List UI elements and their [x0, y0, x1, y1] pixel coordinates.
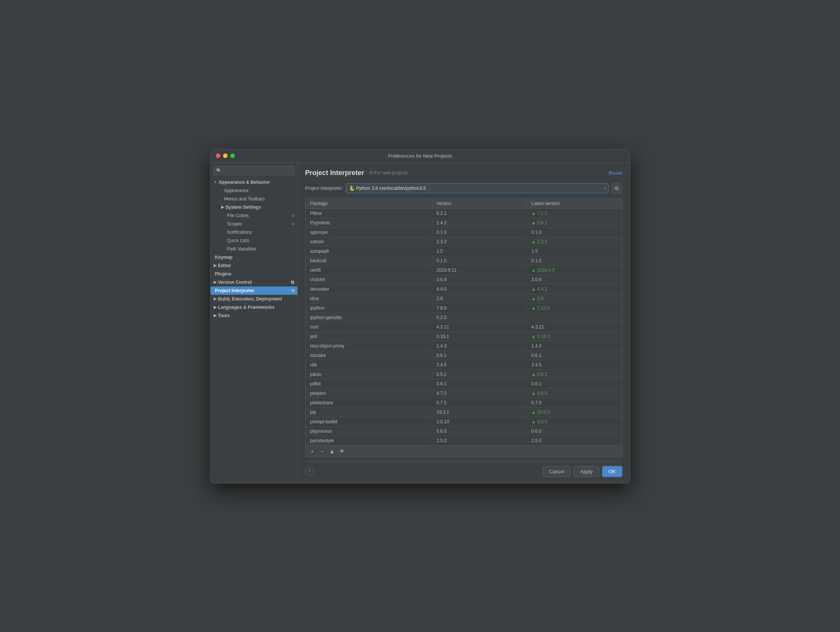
package-version: 0.6.1 — [432, 379, 527, 388]
package-version: 2.5.0 — [432, 436, 527, 445]
maximize-button[interactable] — [230, 154, 235, 158]
package-name: chardet — [306, 275, 432, 284]
package-version: 0.7.5 — [432, 398, 527, 407]
table-row[interactable]: pycodestyle2.5.02.5.0 — [306, 436, 622, 445]
close-button[interactable] — [216, 154, 220, 158]
expand-arrow: ▼ — [213, 180, 217, 184]
package-version: 4.3.21 — [432, 322, 527, 331]
table-row[interactable]: ipython7.8.0▲ 7.13.0 — [306, 304, 622, 313]
table-row[interactable]: jedi0.15.1▲ 0.16.0 — [306, 332, 622, 341]
package-latest-version: 4.3.21 — [527, 322, 622, 331]
package-name: pexpect — [306, 389, 432, 398]
table-row[interactable]: nltk3.4.53.4.5 — [306, 360, 622, 370]
table-row[interactable]: ipython-genutils0.2.0 — [306, 313, 622, 322]
table-row[interactable]: pickleshare0.7.50.7.5 — [306, 398, 622, 408]
interpreter-label: Project Interpreter: — [305, 186, 343, 191]
table-row[interactable]: Pygments2.4.2▲ 2.6.1 — [306, 218, 622, 228]
table-row[interactable]: chardet3.0.43.0.4 — [306, 275, 622, 285]
sidebar-item-tools[interactable]: ▶ Tools — [210, 312, 297, 320]
package-name: Pygments — [306, 218, 432, 227]
package-latest-version: 1.4.3 — [527, 341, 622, 350]
table-row[interactable]: ptyprocess0.6.00.6.0 — [306, 427, 622, 436]
table-header: Package Version Latest version — [306, 198, 622, 209]
search-input[interactable] — [213, 166, 294, 175]
help-button[interactable]: ? — [305, 467, 314, 475]
sidebar-item-keymap[interactable]: Keymap — [210, 253, 297, 261]
sidebar-item-notifications[interactable]: Notifications — [210, 228, 297, 236]
table-row[interactable]: autopep81.51.5 — [306, 247, 622, 256]
sidebar-item-editor[interactable]: ▶ Editor — [210, 261, 297, 270]
package-latest-version: ▲ 3.0.5 — [527, 417, 622, 426]
sidebar-item-label: Plugins — [215, 271, 231, 277]
sidebar-item-project-interpreter[interactable]: Project Interpreter ⧉ — [210, 287, 297, 295]
package-version: 3.0.4 — [432, 275, 527, 284]
package-version: 4.7.0 — [432, 389, 527, 398]
package-version: 2.3.2 — [432, 237, 527, 246]
table-row[interactable]: isort4.3.214.3.21 — [306, 322, 622, 332]
sidebar-item-appearance[interactable]: Appearance — [210, 187, 297, 195]
column-version: Version — [432, 198, 527, 208]
package-latest-version: ▲ 4.4.2 — [527, 285, 622, 294]
sidebar-item-build-execution[interactable]: ▶ Build, Execution, Deployment — [210, 295, 297, 303]
interpreter-select[interactable]: 🐍 Python 3.8 /usr/local/bin/python3.8 — [346, 184, 609, 193]
table-row[interactable]: mccabe0.6.10.6.1 — [306, 351, 622, 360]
add-package-button[interactable]: + — [309, 447, 316, 455]
inspect-package-button[interactable]: 👁 — [338, 447, 346, 455]
cancel-button[interactable]: Cancel — [543, 466, 571, 477]
table-row[interactable]: Pillow6.2.1▲ 7.1.1 — [306, 209, 622, 218]
upgrade-package-button[interactable]: ▲ — [328, 447, 336, 455]
apply-button[interactable]: Apply — [574, 466, 599, 477]
minimize-button[interactable] — [223, 154, 227, 158]
sidebar-item-system-settings[interactable]: ▶ System Settings — [210, 203, 297, 211]
packages-table: Package Version Latest version Pillow6.2… — [305, 198, 622, 457]
package-name: Pillow — [306, 209, 432, 218]
remove-package-button[interactable]: − — [319, 447, 326, 455]
package-latest-version: ▲ 2.3.3 — [527, 237, 622, 246]
package-version: 1.4.3 — [432, 341, 527, 350]
sidebar-item-version-control[interactable]: ▶ Version Control ⧉ — [210, 278, 297, 287]
search-box[interactable]: 🔍 — [213, 166, 294, 175]
reset-button[interactable]: Reset — [609, 170, 622, 176]
gear-icon: ⚙ — [614, 185, 619, 191]
package-version: 0.2.0 — [432, 313, 527, 322]
package-name: certifi — [306, 266, 432, 275]
table-row[interactable]: pexpect4.7.0▲ 4.8.0 — [306, 389, 622, 398]
table-row[interactable]: pip19.3.1▲ 20.0.2 — [306, 408, 622, 417]
table-row[interactable]: pdfkit0.6.10.6.1 — [306, 379, 622, 389]
sidebar-item-label: Editor — [218, 263, 231, 268]
settings-button[interactable]: ⚙ — [612, 183, 622, 193]
header-left: Project Interpreter ⚙ For new projects — [305, 169, 408, 177]
main-content: Project Interpreter ⚙ For new projects R… — [298, 163, 630, 483]
package-name: backcall — [306, 256, 432, 265]
sidebar-item-scopes[interactable]: Scopes ⧉ — [210, 220, 297, 228]
sidebar-item-label: Appearance — [224, 188, 249, 193]
sidebar-item-path-variables[interactable]: Path Variables — [210, 245, 297, 253]
page-title: Project Interpreter — [305, 169, 364, 177]
package-latest-version: 1.5 — [527, 247, 622, 256]
sidebar-item-label: Keymap — [215, 255, 233, 260]
table-row[interactable]: astroid2.3.2▲ 2.3.3 — [306, 237, 622, 247]
table-row[interactable]: lazy-object-proxy1.4.31.4.3 — [306, 341, 622, 351]
table-row[interactable]: decorator4.4.0▲ 4.4.2 — [306, 285, 622, 294]
sidebar-item-label: Languages & Frameworks — [218, 305, 275, 310]
package-version: 19.3.1 — [432, 408, 527, 417]
package-version: 0.1.0 — [432, 256, 527, 265]
table-row[interactable]: prompt-toolkit2.0.10▲ 3.0.5 — [306, 417, 622, 427]
sidebar-item-plugins[interactable]: Plugins — [210, 270, 297, 278]
sidebar-item-quick-lists[interactable]: Quick Lists — [210, 236, 297, 245]
table-row[interactable]: certifi2019.9.11▲ 2020.4.5 — [306, 266, 622, 275]
ok-button[interactable]: OK — [602, 466, 622, 477]
table-row[interactable]: appnope0.1.00.1.0 — [306, 228, 622, 237]
table-row[interactable]: parso0.5.1▲ 0.6.2 — [306, 370, 622, 379]
main-layout: 🔍 ▼ Appearance & Behavior Appearance Men… — [210, 163, 630, 483]
sidebar-item-file-colors[interactable]: File Colors ⧉ — [210, 211, 297, 220]
expand-arrow: ▶ — [213, 297, 216, 301]
sidebar-item-languages-frameworks[interactable]: ▶ Languages & Frameworks — [210, 303, 297, 312]
table-row[interactable]: backcall0.1.00.1.0 — [306, 256, 622, 266]
copy-icon: ⧉ — [291, 280, 294, 285]
package-latest-version: ▲ 0.16.0 — [527, 332, 622, 341]
sidebar-item-menus-toolbars[interactable]: Menus and Toolbars — [210, 195, 297, 203]
table-row[interactable]: idna2.8▲ 2.9 — [306, 294, 622, 304]
sidebar-item-appearance-behavior[interactable]: ▼ Appearance & Behavior — [210, 178, 297, 187]
package-latest-version: 2.5.0 — [527, 436, 622, 445]
